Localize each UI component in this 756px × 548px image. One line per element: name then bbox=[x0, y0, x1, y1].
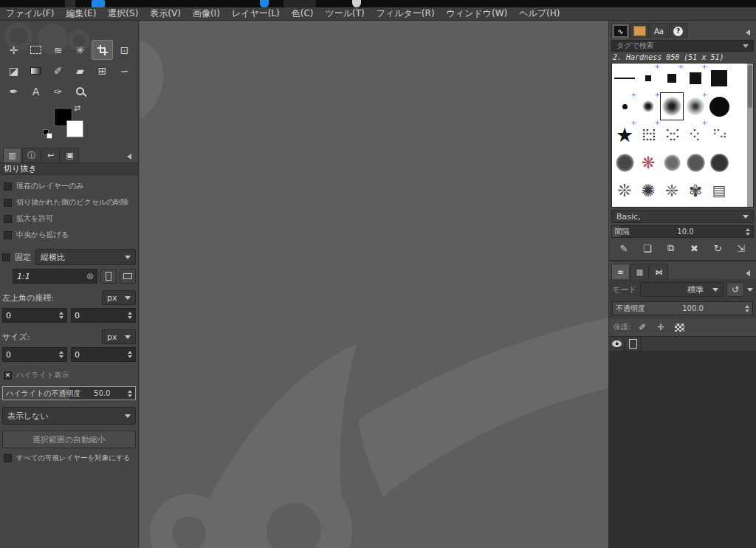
menu-item-help[interactable]: ヘルプ(H) bbox=[513, 7, 566, 20]
brush-cell[interactable] bbox=[660, 64, 684, 92]
spinner-arrows-icon[interactable] bbox=[126, 390, 132, 397]
lock-position-button[interactable]: ✛ bbox=[654, 321, 667, 333]
swap-colors-icon[interactable]: ⇄ bbox=[74, 103, 80, 113]
brush-cell-selected[interactable] bbox=[660, 92, 684, 120]
brush-cell[interactable] bbox=[707, 64, 731, 92]
tab-patterns[interactable] bbox=[630, 23, 649, 38]
brush-grid-scrollbar[interactable] bbox=[747, 64, 753, 207]
visibility-eye-icon[interactable] bbox=[612, 340, 622, 347]
clear-icon[interactable]: ⊗ bbox=[86, 271, 94, 281]
taskbar-circle-icon[interactable] bbox=[352, 0, 361, 7]
lock-pixels-button[interactable]: ✐ bbox=[636, 321, 649, 333]
menu-item-windows[interactable]: ウィンドウ(W) bbox=[441, 7, 514, 20]
brush-cell[interactable] bbox=[613, 177, 636, 205]
option-delete-cropped-pixels[interactable]: 切り抜かれた側のピクセルの削除 bbox=[2, 194, 136, 210]
tab-layers[interactable]: ≡ bbox=[611, 264, 630, 279]
spinner-arrows-icon[interactable] bbox=[57, 312, 63, 319]
dock-menu-button[interactable] bbox=[742, 267, 754, 279]
brush-cell[interactable] bbox=[660, 148, 684, 177]
tab-help[interactable]: ? bbox=[669, 23, 687, 38]
option-shrink-merged[interactable]: すべての可視レイヤーを対象にする bbox=[2, 451, 136, 466]
brush-cell[interactable] bbox=[684, 148, 707, 177]
brush-cell[interactable] bbox=[636, 177, 660, 205]
background-color-swatch[interactable] bbox=[66, 120, 83, 137]
brush-cell[interactable] bbox=[636, 64, 660, 92]
option-expand-from-center[interactable]: 中央から拡げる bbox=[2, 227, 136, 243]
dock-menu-button[interactable] bbox=[742, 27, 754, 38]
landscape-button[interactable] bbox=[120, 269, 136, 284]
auto-shrink-button[interactable]: 選択範囲の自動縮小 bbox=[2, 431, 136, 448]
tool-clone[interactable]: ⊞ bbox=[92, 61, 113, 81]
scrollbar-thumb[interactable] bbox=[748, 65, 752, 108]
menu-item-tools[interactable]: ツール(T) bbox=[319, 7, 370, 20]
dock-menu-button[interactable] bbox=[123, 151, 135, 162]
brush-cell[interactable] bbox=[707, 148, 731, 177]
tab-channels[interactable]: ▥ bbox=[630, 264, 649, 279]
checkbox[interactable] bbox=[4, 182, 12, 191]
spinner-arrows-icon[interactable] bbox=[57, 351, 63, 358]
tool-text[interactable]: A bbox=[25, 81, 47, 101]
checkbox[interactable] bbox=[4, 215, 12, 223]
tool-crop[interactable] bbox=[92, 40, 113, 60]
refresh-brushes-button[interactable]: ↻ bbox=[709, 241, 726, 256]
tool-eraser[interactable]: ▰ bbox=[69, 61, 91, 81]
menu-item-colors[interactable]: 色(C) bbox=[286, 7, 320, 20]
spinner-arrows-icon[interactable] bbox=[743, 228, 750, 236]
menu-item-layer[interactable]: レイヤー(L) bbox=[226, 7, 286, 20]
checkbox[interactable] bbox=[4, 231, 12, 239]
mode-switch-button[interactable]: ↺ bbox=[726, 282, 744, 297]
delete-brush-button[interactable]: ✖ bbox=[685, 241, 703, 256]
checkbox-checked[interactable] bbox=[4, 371, 12, 380]
fixed-checkbox[interactable] bbox=[2, 253, 10, 261]
menu-item-select[interactable]: 選択(S) bbox=[102, 7, 144, 20]
menu-item-view[interactable]: 表示(V) bbox=[144, 7, 187, 20]
checkbox[interactable] bbox=[4, 199, 12, 207]
new-brush-button[interactable]: ❏ bbox=[639, 241, 656, 256]
highlight-opacity-slider[interactable]: ハイライトの不透明度 50.0 bbox=[2, 386, 136, 400]
brush-preset-dropdown[interactable]: Basic, bbox=[611, 210, 754, 223]
layer-mode-dropdown[interactable]: 標準 bbox=[640, 282, 724, 297]
brush-cell[interactable] bbox=[613, 148, 636, 177]
spinner-arrows-icon[interactable] bbox=[743, 305, 749, 312]
brush-cell[interactable] bbox=[636, 92, 660, 120]
tab-brushes[interactable] bbox=[611, 23, 630, 38]
guides-dropdown[interactable]: 表示しない bbox=[2, 407, 136, 425]
chevron-down-icon[interactable] bbox=[747, 288, 753, 292]
menu-item-filters[interactable]: フィルター(R) bbox=[371, 7, 441, 20]
taskbar-blue-indicator-icon[interactable] bbox=[260, 0, 269, 7]
option-allow-growing[interactable]: 拡大を許可 bbox=[2, 210, 136, 227]
tool-free-select[interactable]: ≋ bbox=[47, 40, 69, 60]
tab-device-status[interactable]: ⓘ bbox=[22, 148, 41, 162]
portrait-button[interactable] bbox=[100, 269, 117, 284]
brush-spacing-slider[interactable]: 間隔 10.0 bbox=[611, 225, 754, 238]
brush-cell[interactable] bbox=[636, 148, 660, 177]
tab-undo-history[interactable]: ↩ bbox=[41, 148, 60, 162]
layer-opacity-slider[interactable]: 不透明度 100.0 bbox=[612, 301, 753, 315]
brush-cell[interactable] bbox=[684, 120, 707, 148]
tool-paintbrush[interactable]: ✐ bbox=[47, 61, 69, 81]
default-colors-icon[interactable] bbox=[43, 129, 55, 141]
position-y-input[interactable]: 0 bbox=[71, 308, 136, 323]
brush-cell[interactable] bbox=[660, 177, 684, 205]
position-unit-dropdown[interactable]: px bbox=[102, 290, 136, 305]
tool-rectangle-select[interactable] bbox=[25, 40, 47, 60]
tool-fuzzy-select[interactable]: ✳ bbox=[69, 40, 91, 60]
tab-paths[interactable]: ⋈ bbox=[650, 264, 668, 279]
aspect-ratio-input[interactable]: 1:1 ⊗ bbox=[13, 269, 97, 284]
tool-bucket-fill[interactable]: ◪ bbox=[3, 61, 24, 81]
brush-cell[interactable] bbox=[707, 120, 731, 148]
spinner-arrows-icon[interactable] bbox=[126, 351, 132, 358]
open-brush-as-image-button[interactable]: ⇲ bbox=[732, 241, 750, 256]
menu-item-file[interactable]: ファイル(F) bbox=[0, 7, 60, 20]
brush-cell[interactable] bbox=[660, 120, 684, 148]
tool-color-picker[interactable]: ✑ bbox=[47, 81, 69, 101]
brush-cell[interactable] bbox=[707, 177, 731, 205]
tab-fonts[interactable]: Aa bbox=[650, 23, 668, 38]
brush-cell[interactable] bbox=[684, 177, 707, 205]
tool-smudge[interactable]: ∽ bbox=[114, 61, 135, 81]
brush-tag-search-input[interactable]: タグで検索 bbox=[611, 40, 754, 52]
brush-cell[interactable] bbox=[613, 92, 636, 120]
tool-move[interactable]: ✛ bbox=[3, 40, 24, 60]
tool-paths[interactable]: ✒ bbox=[3, 81, 24, 101]
brush-cell[interactable] bbox=[684, 64, 707, 92]
